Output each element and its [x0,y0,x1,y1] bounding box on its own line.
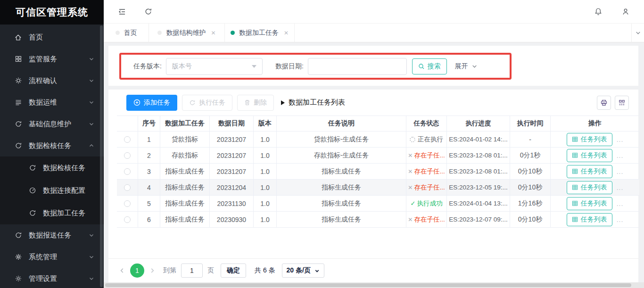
prev-page-button[interactable] [119,267,125,274]
expand-toggle[interactable]: 展开 [455,62,478,71]
sidebar-item-process-confirmation[interactable]: 流程确认 [0,70,104,91]
table-row[interactable]: 6 指标生成任务 20230930 1.0 指标生成任务 存在子任... ES:… [117,212,639,228]
sidebar-item-basic-info-maintenance[interactable]: 基础信息维护 [0,113,104,135]
sidebar-item-label: 数据报送任务 [29,231,89,240]
error-x-icon [408,216,414,223]
sidebar-item-system-management[interactable]: 系统管理 [0,246,104,268]
task-list-button[interactable]: 任务列表 [567,149,612,162]
task-table: 序号 数据加工任务 数据日期 版本 任务说明 任务状态 执行进度 执行时间 操作… [117,115,639,228]
collapse-menu-icon[interactable] [118,8,126,16]
row-radio[interactable] [124,184,131,191]
tab-dot-icon [231,31,235,35]
sidebar-item-data-operations[interactable]: 数据运维 [0,91,104,113]
task-list-button[interactable]: 任务列表 [567,213,612,226]
tab-data-processing-task[interactable]: 数据加工任务 [225,24,295,42]
cell-actions: 任务列表 ... [551,132,639,148]
cell-status: 执行成功 [406,196,447,212]
version-select[interactable]: 版本号 [166,58,263,75]
cell-seq: 3 [138,164,160,180]
next-page-button[interactable] [149,267,156,274]
row-radio[interactable] [124,136,131,143]
cell-time: 0分10秒 [510,164,551,180]
tabs-dropdown-button[interactable] [631,24,644,42]
close-icon[interactable] [211,30,215,36]
app-title: 可信区管理系统 [0,0,104,25]
table-grid-icon [572,152,578,158]
main-area: 首页 数据结构维护 数据加工任务 任务版本: 版本号 [104,0,644,288]
row-more-button[interactable]: ... [617,168,624,175]
row-more-button[interactable]: ... [617,184,624,191]
sidebar-item-management-settings[interactable]: 管理设置 [0,268,104,288]
table-row[interactable]: 4 指标生成任务 20231204 1.0 指标生成任务 存在子任... ES:… [117,180,639,196]
cell-seq: 2 [138,148,160,164]
chevron-down-icon [89,254,94,260]
execute-task-button[interactable]: 执行任务 [182,95,232,111]
header-desc: 任务说明 [277,115,406,132]
table-grid-icon [572,200,578,206]
task-list-button[interactable]: 任务列表 [567,133,612,146]
tab-home[interactable]: 首页 [104,24,149,42]
sidebar-item-data-check-task[interactable]: 数据检核任务 [0,156,104,179]
row-more-button[interactable]: ... [617,216,624,223]
row-radio[interactable] [124,216,131,223]
print-button[interactable] [597,96,611,110]
refresh-icon[interactable] [144,8,152,16]
tab-label: 数据加工任务 [239,29,279,37]
sidebar-item-data-connection-config[interactable]: 数据连接配置 [0,179,104,202]
sidebar-item-label: 数据检核任务 [43,164,94,173]
version-select-placeholder: 版本号 [172,62,192,71]
sidebar-item-data-check-tasks-group[interactable]: 数据检核任务 [0,135,104,156]
page-number-input[interactable] [181,263,203,278]
sidebar-item-label: 首页 [29,33,94,42]
table-row[interactable]: 2 存款指标 20231207 1.0 存款指标-生成任务 存在子任... ES… [117,148,639,164]
task-list-button[interactable]: 任务列表 [567,181,612,194]
list-lines-icon [14,99,22,107]
cell-actions: 任务列表 ... [551,164,639,180]
sidebar-item-home[interactable]: 首页 [0,26,104,48]
total-count-label: 共 6 条 [255,266,275,275]
column-settings-button[interactable] [615,96,629,110]
cell-progress: ES:2023-12-07 09:... [447,212,510,228]
cell-task: 指标生成任务 [160,196,210,212]
task-list-button[interactable]: 任务列表 [567,197,612,210]
cell-seq: 5 [138,196,160,212]
table-row[interactable]: 3 指标生成任务 20231207 1.0 指标生成任务 存在子任... ES:… [117,164,639,180]
table-row[interactable]: 5 指标生成任务 20231130 1.0 指标生成任务 执行成功 ES:202… [117,196,639,212]
sidebar-scrollbar[interactable] [100,25,103,287]
close-icon[interactable] [284,30,289,36]
add-task-button[interactable]: 添加任务 [126,95,177,111]
user-icon[interactable] [621,8,630,16]
data-date-input[interactable] [308,58,407,75]
row-more-button[interactable]: ... [617,152,624,159]
header-status: 任务状态 [406,115,447,132]
cell-desc: 指标生成任务 [277,164,406,180]
confirm-page-button[interactable]: 确定 [221,263,246,278]
task-list-button[interactable]: 任务列表 [567,165,612,178]
row-radio[interactable] [124,168,131,175]
search-button[interactable]: 搜索 [412,58,447,74]
chevron-down-icon [89,78,94,83]
cell-time: 1分16秒 [510,196,551,212]
row-more-button[interactable]: ... [617,200,624,207]
bell-icon[interactable] [594,8,603,16]
sidebar-item-data-report-task[interactable]: 数据报送任务 [0,224,104,246]
horizontal-scrollbar[interactable] [104,282,644,288]
table-grid-icon [572,216,578,222]
sync-circle-icon [14,142,22,150]
sidebar-item-regulatory-services[interactable]: 监管服务 [0,48,104,70]
delete-button[interactable]: 删除 [237,95,274,111]
cell-seq: 4 [138,180,160,196]
table-row[interactable]: 1 贷款指标 20231207 1.0 贷款指标-生成任务 正在执行 ES:20… [117,132,639,148]
row-radio[interactable] [124,152,131,159]
sidebar-item-data-processing-task[interactable]: 数据加工任务 [0,202,104,224]
horizontal-scrollbar-thumb[interactable] [105,283,631,287]
tab-data-structure-maintenance[interactable]: 数据结构维护 [149,24,225,42]
current-page-button[interactable]: 1 [130,263,144,278]
page-size-select[interactable]: 20 条/页 [282,263,324,278]
row-more-button[interactable]: ... [617,136,624,143]
cell-progress: ES:2023-12-08 01:... [447,148,510,164]
cell-date: 20231207 [210,148,254,164]
plus-circle-icon [133,99,140,106]
row-radio[interactable] [124,200,131,207]
cell-date: 20231204 [210,180,254,196]
